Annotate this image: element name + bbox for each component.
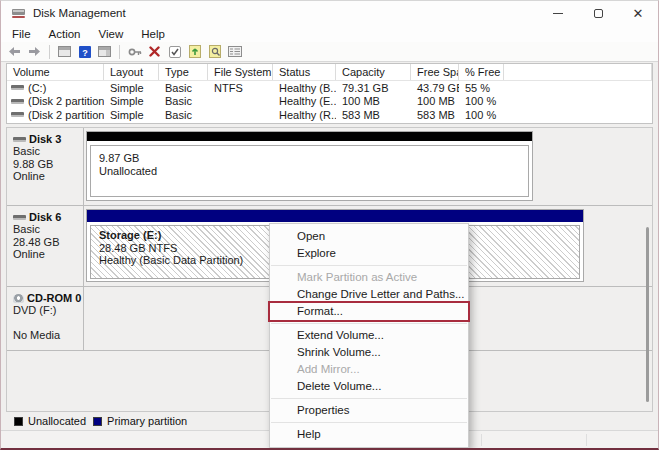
toolbar-separator [49,45,50,59]
show-action-pane-icon[interactable] [96,44,113,60]
menu-item-format[interactable]: Format... [270,303,468,320]
show-console-tree-icon[interactable] [56,44,73,60]
header-free-space[interactable]: Free Spa... [411,64,459,80]
volume-icon [11,112,24,117]
forward-icon[interactable] [26,44,43,60]
menu-item-explore[interactable]: Explore [270,245,468,262]
disk-row-disk3: Disk 3 Basic 9.88 GB Online 9.87 GB Unal… [7,128,652,206]
disk-icon [13,137,26,142]
vertical-scrollbar[interactable] [646,227,649,402]
cell-free: 100 MB [411,95,459,107]
header-volume[interactable]: Volume [7,64,104,80]
cell-layout: Simple [104,95,159,107]
disk3-kind: Basic [13,145,83,158]
close-button[interactable]: ✕ [618,1,658,25]
cell-pct: 100 % [459,95,504,107]
disk-management-app-icon [11,7,26,20]
menu-separator [271,265,467,266]
volume-table-header: Volume Layout Type File System Status Ca… [7,64,652,81]
menu-view[interactable]: View [90,28,133,40]
cell-status: Healthy (B... [273,82,336,94]
disk6-label[interactable]: Disk 6 Basic 28.48 GB Online [7,206,84,286]
menu-action[interactable]: Action [40,28,90,40]
legend-primary-label: Primary partition [107,415,187,427]
menu-item-shrink-volume[interactable]: Shrink Volume... [270,344,468,361]
header-pct-free[interactable]: % Free [459,64,504,80]
table-row[interactable]: (C:) Simple Basic NTFS Healthy (B... 79.… [7,81,652,95]
header-filler [504,64,652,80]
volume-icon [11,85,24,90]
menu-item-open[interactable]: Open [270,228,468,245]
volume-name: (Disk 2 partition 4) [28,109,104,121]
cell-layout: Simple [104,82,159,94]
primary-partition-color-bar [87,210,583,222]
menu-item-extend-volume[interactable]: Extend Volume... [270,327,468,344]
menu-help[interactable]: Help [132,28,174,40]
menu-item-change-drive-letter[interactable]: Change Drive Letter and Paths... [270,286,468,303]
legend-unallocated: Unallocated [14,415,86,427]
unallocated-size: 9.87 GB [99,152,528,165]
unallocated-swatch [14,417,23,426]
primary-partition-swatch [93,417,102,426]
title-bar: Disk Management ✕ [1,1,658,25]
menu-item-properties[interactable]: Properties [270,402,468,419]
volume-name: (C:) [28,82,46,94]
menu-bar: File Action View Help [1,25,658,42]
svg-text:?: ? [82,47,88,57]
statusbar-divider [586,434,587,446]
disk6-name: Disk 6 [29,211,61,223]
cell-status: Healthy (E... [273,95,336,107]
disk-management-window: Disk Management ✕ File Action View Help … [0,0,659,450]
legend-primary-partition: Primary partition [93,415,187,427]
attach-vhd-icon[interactable] [126,44,143,60]
toolbar: ? [1,42,658,62]
menu-separator [271,422,467,423]
cell-type: Basic [159,95,208,107]
disk3-label[interactable]: Disk 3 Basic 9.88 GB Online [7,128,84,205]
table-row[interactable]: (Disk 2 partition 1) Simple Basic Health… [7,95,652,109]
menu-item-delete-volume[interactable]: Delete Volume... [270,378,468,395]
volume-list-pane: Volume Layout Type File System Status Ca… [6,63,653,124]
cd-icon [13,294,24,303]
toolbar-separator [119,45,120,59]
header-file-system[interactable]: File System [208,64,273,80]
disk3-name: Disk 3 [29,133,61,145]
volume-icon [11,99,24,104]
delete-volume-icon[interactable] [146,44,163,60]
back-icon[interactable] [6,44,23,60]
cell-status: Healthy (R... [273,109,336,121]
cell-capacity: 79.31 GB [336,82,411,94]
partition-context-menu: Open Explore Mark Partition as Active Ch… [269,223,469,448]
maximize-button[interactable] [578,1,618,25]
header-status[interactable]: Status [273,64,336,80]
cell-type: Basic [159,82,208,94]
cdrom0-label[interactable]: CD-ROM 0 DVD (F:) No Media [7,287,84,350]
help-icon[interactable]: ? [76,44,93,60]
details-view-icon[interactable] [226,44,243,60]
cdrom0-state: No Media [13,329,83,342]
cell-free: 583 MB [411,109,459,121]
export-list-icon[interactable] [186,44,203,60]
menu-file[interactable]: File [3,28,40,40]
cell-free: 43.79 GB [411,82,459,94]
table-row[interactable]: (Disk 2 partition 4) Simple Basic Health… [7,108,652,122]
statusbar-divider [481,434,482,446]
find-icon[interactable] [206,44,223,60]
menu-separator [271,323,467,324]
minimize-button[interactable] [538,1,578,25]
legend-unallocated-label: Unallocated [28,415,86,427]
cell-pct: 100 % [459,109,504,121]
disk3-unallocated-block[interactable]: 9.87 GB Unallocated [86,131,533,201]
menu-item-help[interactable]: Help [270,426,468,443]
disk3-size: 9.88 GB [13,158,83,171]
cell-fs: NTFS [208,82,273,94]
disk3-state: Online [13,170,83,183]
properties-check-icon[interactable] [166,44,183,60]
header-capacity[interactable]: Capacity [336,64,411,80]
header-type[interactable]: Type [159,64,208,80]
disk6-kind: Basic [13,223,83,236]
cdrom0-name: CD-ROM 0 [27,292,81,304]
header-layout[interactable]: Layout [104,64,159,80]
window-title: Disk Management [33,7,126,19]
disk6-state: Online [13,248,83,261]
